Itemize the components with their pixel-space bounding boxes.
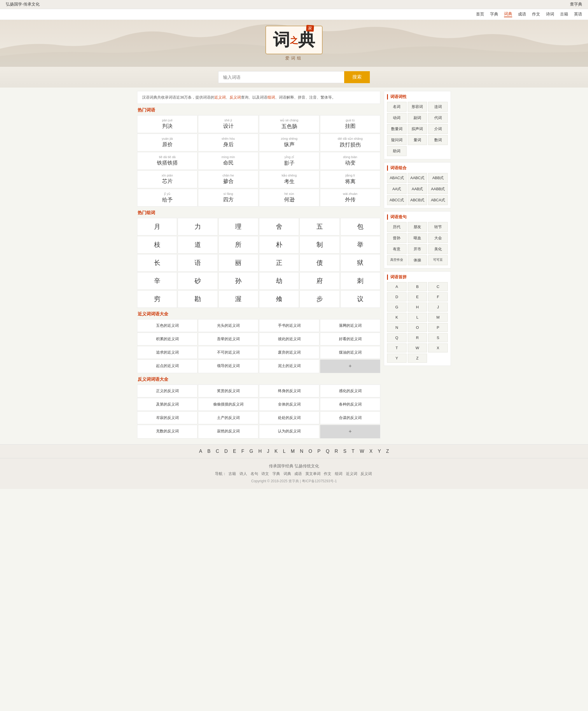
py-a[interactable]: A [387,282,407,291]
alpha-j[interactable]: J [267,449,269,454]
ant-link-12[interactable]: 合谋的反义词 [320,411,380,424]
char-jie[interactable]: 劫 [259,272,299,290]
ant-link-4[interactable]: 感化的反义词 [320,385,380,397]
nav-shici[interactable]: 诗词 [546,12,554,17]
word-card-chanhe[interactable]: chān he掺合 [198,170,258,188]
sent-ouxue[interactable]: 呕血 [408,233,427,243]
py-n[interactable]: N [387,323,407,332]
py-l[interactable]: L [408,313,427,322]
search-button[interactable]: 搜索 [344,71,370,83]
syn-link-13[interactable]: 起点的近义词 [137,360,197,373]
pos-shuliang[interactable]: 数量词 [387,124,407,134]
py-e[interactable]: E [408,292,427,301]
alpha-h[interactable]: H [258,449,262,454]
ant-link-2[interactable]: 奖赏的反义词 [198,385,258,397]
nav-guji[interactable]: 古籍 [560,12,568,17]
alpha-n[interactable]: N [300,449,303,454]
footer-link-zidian[interactable]: 字典 [273,472,280,476]
pos-jieci[interactable]: 介词 [428,124,448,134]
footer-link-fanyici[interactable]: 反义词 [361,472,372,476]
char-li[interactable]: 力 [178,218,218,235]
word-card-panjue[interactable]: pàn jué判决 [137,115,197,133]
comb-abcb[interactable]: ABCB式 [408,195,427,205]
footer-link-zuci[interactable]: 组词 [335,472,343,476]
py-z[interactable]: Z [408,353,427,363]
comb-abca[interactable]: ABCA式 [428,195,448,205]
word-card-xinpian[interactable]: xīn piān芯片 [137,170,197,188]
word-card-kaosheng[interactable]: kǎo shēng考生 [259,170,319,188]
char-sun[interactable]: 孙 [218,272,258,290]
alpha-z[interactable]: Z [386,449,389,454]
word-card-shenhou[interactable]: shēn hòu身后 [198,134,258,151]
footer-link-guji[interactable]: 古籍 [228,472,236,476]
alpha-t[interactable]: T [352,449,355,454]
pos-lianci[interactable]: 连词 [428,102,448,112]
py-f[interactable]: F [428,292,448,301]
alpha-d[interactable]: D [224,449,228,454]
ant-link-10[interactable]: 土产的反义词 [198,411,258,424]
pos-nisheng[interactable]: 拟声词 [408,124,427,134]
footer-link-mingju[interactable]: 名句 [251,472,258,476]
py-w[interactable]: W [408,343,427,352]
sent-gaokonggongzuo[interactable]: 高空作业 [387,255,407,265]
alpha-l[interactable]: L [283,449,286,454]
pos-daici[interactable]: 代词 [428,113,448,123]
alpha-e[interactable]: E [233,449,236,454]
comb-aa[interactable]: AA式 [387,184,407,194]
word-card-zongsheng[interactable]: zòng shēng纵声 [259,134,319,151]
sent-meihua[interactable]: 美化 [428,244,448,254]
comb-aabc[interactable]: AABC式 [408,173,427,183]
word-card-jiangli[interactable]: jiǎng lí将离 [320,170,380,188]
char-yu2[interactable]: 狱 [340,254,380,272]
word-card-jiyu[interactable]: jǐ yǔ给予 [137,189,197,207]
alpha-o[interactable]: O [309,449,312,454]
pos-zhuci[interactable]: 助词 [387,146,407,156]
pos-shuci[interactable]: 数词 [428,135,448,145]
syn-link-12[interactable]: 煤油的近义词 [320,346,380,359]
word-card-tiedatieda[interactable]: tiě dā tiě dā铁搭铁搭 [137,152,197,170]
sent-kekodou[interactable]: 可可豆 [428,255,448,265]
pos-fuci[interactable]: 副词 [408,113,427,123]
pos-mingci[interactable]: 名词 [387,102,407,112]
comb-abcc[interactable]: ABCC式 [387,195,407,205]
char-zhi2[interactable]: 制 [300,236,340,254]
footer-link-jinyici[interactable]: 近义词 [346,472,357,476]
sent-lidai[interactable]: 历代 [387,222,407,232]
char-bu[interactable]: 步 [300,290,340,308]
char-chang[interactable]: 长 [137,254,177,272]
word-card-diedasunshang[interactable]: diē dǎ sǔn shāng跌打损伤 [320,134,380,151]
ant-link-3[interactable]: 终身的反义词 [259,385,319,397]
char-yi[interactable]: 议 [340,290,380,308]
syn-link-11[interactable]: 废弃的近义词 [259,346,319,359]
alpha-c[interactable]: C [216,449,219,454]
info-groupword-link[interactable]: 组词 [267,95,275,100]
py-g[interactable]: G [387,303,407,311]
ant-link-13[interactable]: 充数的反义词 [137,425,197,438]
py-x[interactable]: X [428,343,448,352]
ant-link-7[interactable]: 全体的反义词 [259,398,319,411]
char-sha[interactable]: 砂 [178,272,218,290]
footer-link-shiwen[interactable]: 诗文 [261,472,269,476]
syn-more[interactable]: + [320,360,380,373]
word-card-dongbian[interactable]: dòng biàn动变 [320,152,380,170]
sent-kaishi[interactable]: 开市 [408,244,427,254]
char-wu[interactable]: 五 [300,218,340,235]
ant-link-1[interactable]: 正义的反义词 [137,385,197,397]
ant-link-15[interactable]: 认为的反义词 [259,425,319,438]
syn-link-5[interactable]: 积累的近义词 [137,332,197,345]
py-q[interactable]: Q [387,333,407,342]
py-k[interactable]: K [387,313,407,322]
nav-chengyu[interactable]: 成语 [518,12,526,17]
alpha-m[interactable]: M [291,449,295,454]
syn-link-3[interactable]: 手书的近义词 [259,319,319,332]
ant-link-6[interactable]: 偷偷摸摸的反义词 [198,398,258,411]
alpha-a[interactable]: A [199,449,202,454]
footer-link-zuowen[interactable]: 作文 [324,472,331,476]
pos-yiwen[interactable]: 疑问词 [387,135,407,145]
search-input[interactable] [218,71,344,83]
nav-home[interactable]: 首页 [476,12,484,17]
char-fu[interactable]: 府 [300,272,340,290]
char-suo[interactable]: 所 [218,236,258,254]
ant-link-9[interactable]: 岑寂的反义词 [137,411,197,424]
info-synonym-link[interactable]: 近义词 [214,95,226,100]
